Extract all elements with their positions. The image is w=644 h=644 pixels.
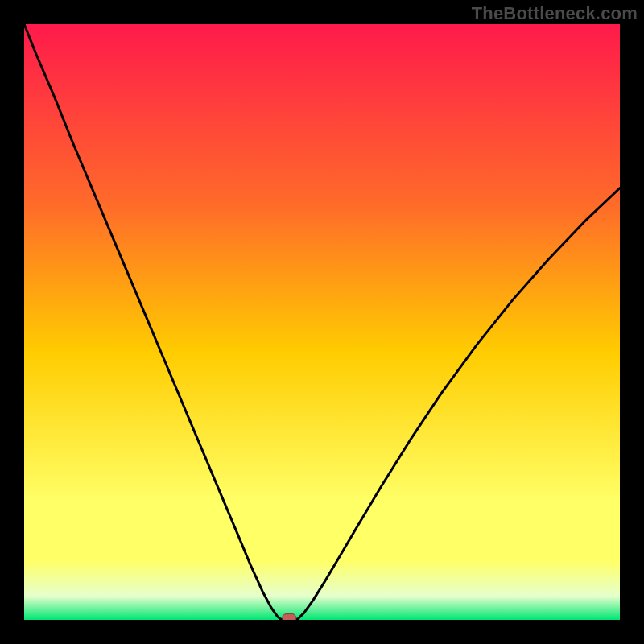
chart-svg xyxy=(24,24,620,620)
chart-frame: TheBottleneck.com xyxy=(0,0,644,644)
optimal-point-marker xyxy=(283,614,296,620)
plot-area xyxy=(24,24,620,620)
gradient-background xyxy=(24,24,620,620)
watermark-text: TheBottleneck.com xyxy=(472,3,638,24)
